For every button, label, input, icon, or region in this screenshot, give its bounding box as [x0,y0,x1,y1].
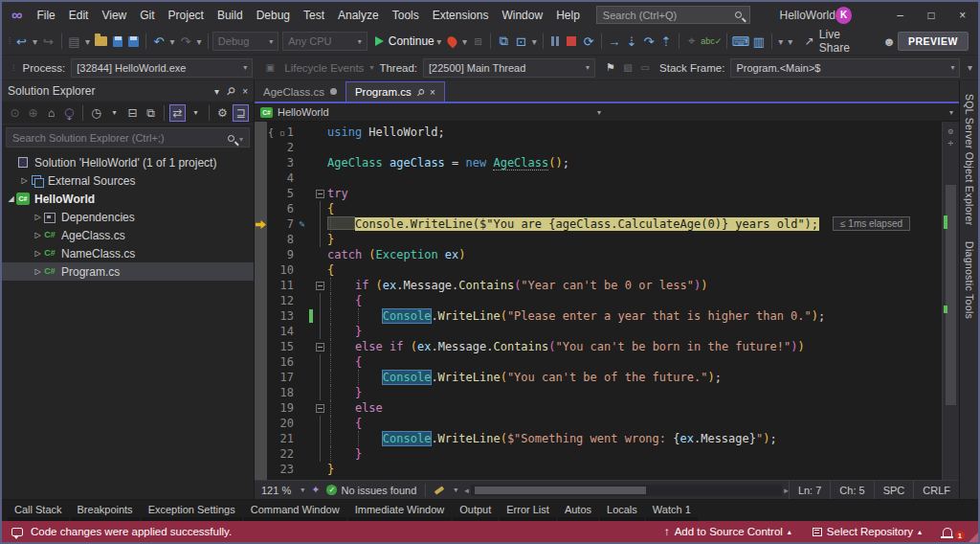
collapse-box-icon[interactable] [316,343,324,351]
menu-item-help[interactable]: Help [549,2,587,28]
outlining-margin[interactable] [314,278,327,293]
tool-tab-output[interactable]: Output [453,503,498,521]
breakpoints-window-icon[interactable]: ⌨ [732,32,749,51]
minimize-button[interactable]: – [884,2,916,28]
tool-tab-watch-1[interactable]: Watch 1 [646,503,698,521]
collapse-all-icon[interactable]: ⊟ [124,104,141,122]
frames-icon[interactable]: ▭ [637,58,653,78]
redo-dropdown[interactable]: ▾ [195,32,203,51]
outlining-margin[interactable] [314,324,327,339]
breakpoint-gutter[interactable]: { ▫ [255,125,267,140]
menu-item-view[interactable]: View [95,2,133,28]
zoom-dropdown[interactable]: 121 %▾ [255,481,311,499]
breakpoint-gutter[interactable] [255,462,267,477]
breakpoint-gutter[interactable] [255,416,267,431]
tool-tab-locals[interactable]: Locals [600,503,644,521]
select-repository-button[interactable]: Select Repository ▴ [813,526,922,537]
breakpoint-gutter[interactable] [255,339,267,354]
outlining-margin[interactable] [314,201,327,216]
toolbar-overflow-2[interactable]: ▾ [787,32,794,51]
code-cleanup-button[interactable]: ▾ [428,481,464,499]
side-tab-sql-server-object-explorer[interactable]: SQL Server Object Explorer [964,86,975,234]
outlining-margin[interactable] [314,416,327,431]
tool-tab-error-list[interactable]: Error List [500,503,556,521]
outlining-margin[interactable] [314,293,327,308]
vertical-scrollbar[interactable]: ⚙ ✛ [942,122,959,480]
stop-debugging-icon[interactable] [567,36,576,46]
outlining-margin[interactable] [314,431,327,446]
outlining-margin[interactable] [314,186,327,201]
expand-arrow-icon[interactable]: ▷ [19,176,30,185]
filter-dropdown[interactable]: ▾ [106,104,122,122]
feedback-icon[interactable]: ☻ [881,32,897,51]
tree-item-nameclass-cs[interactable]: ▷C#NameClass.cs [2,244,254,262]
stack-frame-dropdown[interactable]: Program.<Main>$▾ [730,58,960,78]
configuration-dropdown[interactable]: Debug▾ [212,32,278,51]
column-indicator[interactable]: Ch: 5 [830,481,873,499]
add-to-source-control-button[interactable]: ↑ Add to Source Control ▴ [664,526,791,537]
continue-button[interactable]: Continue [389,34,434,48]
perf-tip[interactable]: ≤ 1ms elapsed [833,216,910,231]
sync-dropdown[interactable]: ▾ [188,104,204,122]
outlining-margin[interactable] [314,232,327,247]
tool-tab-immediate-window[interactable]: Immediate Window [348,503,452,521]
sync-with-active-document-icon[interactable]: ⇄ [169,104,186,122]
syntax-visualizer-icon[interactable]: abc✓ [702,32,722,51]
expand-arrow-icon[interactable]: ▷ [33,231,43,239]
breakpoint-gutter[interactable] [255,400,267,416]
threads-icon[interactable]: ▧ [620,58,635,78]
threads-in-source-icon[interactable]: ⌖ [684,32,700,51]
immediate-window-icon[interactable]: ▥ [751,32,767,51]
editor-tab-program-cs[interactable]: Program.cs⚲× [345,81,445,102]
live-share-button[interactable]: ↗ Live Share [805,28,871,55]
menu-item-debug[interactable]: Debug [250,2,297,28]
menu-item-build[interactable]: Build [211,2,250,28]
close-button[interactable]: × [947,2,978,28]
maximize-button[interactable]: □ [916,2,947,28]
side-tab-diagnostic-tools[interactable]: Diagnostic Tools [964,234,975,327]
outlining-margin[interactable] [314,339,327,354]
breakpoint-gutter[interactable] [255,293,267,308]
tree-item-external[interactable]: ▷External Sources [2,171,254,190]
outlining-margin[interactable] [314,170,327,186]
redo-icon[interactable]: ↷ [178,32,193,51]
navigate-forward-icon[interactable]: ↪ [41,32,56,51]
menu-item-test[interactable]: Test [297,2,331,28]
undo-dropdown[interactable]: ▾ [168,32,176,51]
outlining-margin[interactable] [314,155,327,170]
preview-features-button[interactable]: PREVIEW [898,32,969,51]
tool-tab-exception-settings[interactable]: Exception Settings [142,503,242,521]
tree-item-dependencies[interactable]: ▷Dependencies [2,208,254,226]
breakpoint-gutter[interactable] [255,446,267,462]
intellisense-icon[interactable]: ✦ [311,484,320,496]
process-dropdown[interactable]: [32844] HelloWorld.exe▾ [71,58,253,78]
code-editor[interactable]: { ▫1using HelloWorld;23AgeClass ageClass… [255,122,959,480]
preview-selected-items-icon[interactable]: ⊒ [233,104,249,122]
undo-icon[interactable]: ↶ [151,32,167,51]
collapse-box-icon[interactable] [316,190,324,198]
hot-reload-icon[interactable] [445,34,458,48]
breakpoint-gutter[interactable] [255,354,267,370]
outlining-margin[interactable] [314,247,327,262]
breakpoint-gutter[interactable] [255,186,267,201]
expand-arrow-icon[interactable]: ▷ [33,267,43,276]
scrollbar-pan-icon[interactable]: ✛ [943,135,959,150]
flag-icon[interactable]: ⚑ [603,58,618,78]
line-indicator[interactable]: Ln: 7 [789,481,830,499]
editor-tab-ageclass-cs[interactable]: AgeClass.cs [255,81,345,102]
show-next-statement-icon[interactable]: → [607,32,622,51]
expand-arrow-icon[interactable]: ▷ [33,249,43,258]
thread-dropdown[interactable]: [22500] Main Thread▾ [423,58,595,78]
open-file-icon[interactable] [95,36,106,46]
debugbar-overflow[interactable]: ▾ [966,58,973,78]
browser-link-icon[interactable]: ⧈ [470,32,485,51]
breakpoint-gutter[interactable] [255,170,267,186]
step-out-icon[interactable]: ⇡ [658,32,674,51]
expand-arrow-icon[interactable]: ◢ [6,194,16,203]
switch-views-icon[interactable]: ⧬ [61,104,78,122]
new-project-icon[interactable]: ▤ [66,32,81,51]
save-icon[interactable] [113,36,123,47]
outlining-margin[interactable] [314,125,327,140]
toolbar-overflow-1[interactable]: ▾ [777,32,785,51]
tree-item-solution[interactable]: Solution 'HelloWorld' (1 of 1 project) [2,153,254,171]
